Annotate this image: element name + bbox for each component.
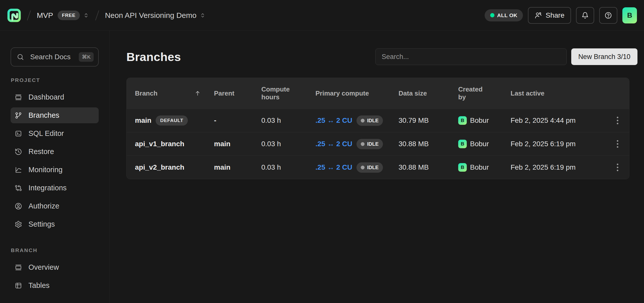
status-label: ALL OK — [497, 12, 518, 18]
search-icon — [17, 53, 24, 61]
status-ok-dot-icon — [490, 13, 494, 17]
column-header-data-size[interactable]: Data size — [399, 89, 458, 97]
help-circle-icon — [604, 12, 612, 19]
sidebar-item-label: Settings — [28, 220, 55, 228]
sidebar-item-authorize[interactable]: Authorize — [11, 198, 99, 214]
table-row[interactable]: api_v1_branch main 0.03 h .25 ↔ 2 CU IDL… — [127, 132, 629, 156]
column-header-compute-hours[interactable]: Compute hours — [261, 85, 315, 101]
sidebar-item-integrations[interactable]: Integrations — [11, 180, 99, 196]
top-bar: MVP FREE Neon API Versioning Demo ALL OK… — [0, 0, 644, 31]
browser-window-icon — [15, 264, 22, 271]
row-menu-button[interactable] — [614, 138, 621, 150]
page-title: Branches — [126, 50, 181, 64]
column-header-last-active[interactable]: Last active — [511, 89, 606, 97]
history-icon — [15, 148, 22, 156]
sidebar-item-label: Overview — [28, 263, 59, 271]
users-icon — [534, 12, 542, 19]
sidebar-item-restore[interactable]: Restore — [11, 144, 99, 160]
sidebar-item-overview[interactable]: Overview — [11, 259, 99, 275]
parent-branch: main — [214, 163, 261, 171]
branch-search-input[interactable] — [375, 48, 567, 65]
table-header-row: Branch Parent Compute hours Primary comp… — [127, 78, 629, 109]
primary-compute-link[interactable]: .25 ↔ 2 CU — [315, 140, 352, 148]
notifications-button[interactable] — [576, 7, 594, 24]
plan-badge: FREE — [58, 11, 80, 20]
bell-icon — [581, 12, 589, 19]
gear-icon — [15, 221, 22, 228]
breadcrumb-divider — [27, 10, 31, 20]
sidebar-item-label: Monitoring — [28, 166, 62, 174]
sidebar-item-monitoring[interactable]: Monitoring — [11, 162, 99, 178]
git-branch-icon — [15, 112, 22, 119]
sort-ascending-icon[interactable] — [194, 90, 201, 97]
user-circle-icon — [15, 202, 22, 210]
column-header-parent[interactable]: Parent — [214, 89, 261, 97]
user-avatar[interactable]: B — [622, 7, 637, 23]
search-shortcut-badge: ⌘K — [79, 52, 94, 62]
sidebar-item-label: Dashboard — [28, 93, 64, 101]
table-row[interactable]: api_v2_branch main 0.03 h .25 ↔ 2 CU IDL… — [127, 156, 629, 179]
search-docs-label: Search Docs — [30, 53, 70, 61]
column-header-created-by[interactable]: Created by — [458, 85, 511, 101]
topbar-actions: ALL OK Share B — [485, 7, 637, 24]
column-header-branch[interactable]: Branch — [135, 89, 214, 97]
compute-state-badge: IDLE — [356, 162, 383, 173]
creator-name: Bobur — [470, 140, 489, 148]
branch-name: main — [135, 116, 151, 125]
parent-branch: main — [214, 140, 261, 148]
status-badge[interactable]: ALL OK — [485, 9, 523, 21]
row-menu-button[interactable] — [614, 114, 621, 127]
creator-name: Bobur — [470, 116, 489, 125]
share-button[interactable]: Share — [528, 7, 571, 24]
breadcrumb-project[interactable]: Neon API Versioning Demo — [105, 11, 197, 20]
creator-name: Bobur — [470, 163, 489, 171]
branch-name: api_v2_branch — [135, 163, 184, 171]
sidebar-item-label: Branches — [28, 111, 59, 119]
new-branch-button[interactable]: New Branch 3/10 — [571, 48, 637, 65]
share-label: Share — [546, 11, 564, 19]
search-docs-button[interactable]: Search Docs ⌘K — [11, 47, 99, 67]
creator-avatar: B — [458, 140, 467, 148]
sidebar-item-label: Tables — [28, 281, 50, 290]
sidebar-item-tables[interactable]: Tables — [11, 278, 99, 293]
dashboard-icon — [15, 94, 22, 101]
sidebar-item-sql-editor[interactable]: SQL Editor — [11, 126, 99, 141]
table-icon — [15, 282, 22, 289]
data-size: 30.88 MB — [399, 140, 458, 148]
sidebar-item-label: Integrations — [28, 184, 67, 192]
neon-logo-icon[interactable] — [7, 8, 21, 22]
branch-name: api_v1_branch — [135, 140, 184, 148]
compute-state-badge: IDLE — [356, 115, 383, 126]
row-menu-button[interactable] — [614, 161, 621, 174]
compute-hours: 0.03 h — [261, 116, 315, 125]
primary-compute-link[interactable]: .25 ↔ 2 CU — [315, 116, 352, 125]
sidebar-item-dashboard[interactable]: Dashboard — [11, 89, 99, 105]
idle-dot-icon — [361, 119, 365, 123]
terminal-icon — [15, 130, 22, 137]
table-row[interactable]: main DEFAULT - 0.03 h .25 ↔ 2 CU IDLE 30… — [127, 109, 629, 132]
default-badge: DEFAULT — [156, 115, 188, 126]
primary-compute-link[interactable]: .25 ↔ 2 CU — [315, 163, 352, 171]
column-header-primary-compute[interactable]: Primary compute — [315, 89, 399, 97]
sidebar-item-label: SQL Editor — [28, 129, 64, 138]
compute-state-badge: IDLE — [356, 139, 383, 149]
sidebar-item-branches[interactable]: Branches — [11, 107, 99, 123]
project-selector-chevron-icon[interactable] — [199, 12, 206, 19]
sidebar-item-settings[interactable]: Settings — [11, 216, 99, 232]
branch-section-label: BRANCH — [11, 247, 99, 253]
help-button[interactable] — [599, 7, 617, 24]
sidebar-item-label: Authorize — [28, 202, 59, 210]
sidebar: Search Docs ⌘K PROJECT Dashboard Branche… — [0, 31, 110, 303]
main-content: Branches New Branch 3/10 Branch Parent C… — [110, 31, 644, 303]
idle-dot-icon — [361, 166, 365, 169]
compute-hours: 0.03 h — [261, 163, 315, 171]
project-section-label: PROJECT — [11, 77, 99, 83]
breadcrumb-divider — [95, 10, 99, 20]
data-size: 30.88 MB — [399, 163, 458, 171]
org-selector-chevron-icon[interactable] — [83, 12, 89, 19]
breadcrumb-org[interactable]: MVP — [37, 11, 53, 20]
chart-line-icon — [15, 166, 22, 174]
creator-avatar: B — [458, 163, 467, 172]
creator-avatar: B — [458, 116, 467, 125]
workflow-arrows-icon — [15, 184, 22, 192]
